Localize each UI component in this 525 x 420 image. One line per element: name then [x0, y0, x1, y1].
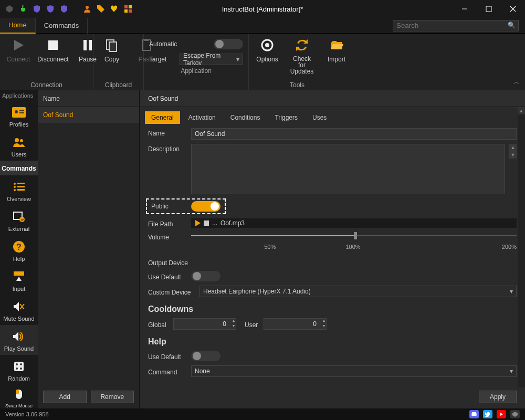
import-label: Import [328, 56, 345, 63]
sidebar-item-help[interactable]: ? Help [0, 235, 38, 265]
sidebar-item-play-sound[interactable]: Play Sound [0, 325, 38, 355]
copy-button[interactable]: Copy [99, 37, 125, 63]
connect-button[interactable]: Connect [5, 37, 32, 63]
sidebar-item-overview[interactable]: Overview [0, 175, 38, 205]
stop-icon[interactable] [204, 220, 209, 226]
status-bar: Version 3.06.958 [0, 408, 525, 420]
tab-activation[interactable]: Activation [182, 111, 222, 124]
tag-icon[interactable] [97, 5, 105, 13]
detail-header: Oof Sound [140, 90, 525, 107]
grid-icon[interactable] [124, 5, 132, 13]
input-icon [12, 269, 26, 284]
target-select[interactable]: Escape From Tarkov [180, 54, 243, 65]
svg-rect-26 [17, 183, 25, 184]
tab-triggers[interactable]: Triggers [268, 111, 304, 124]
command-select[interactable]: None [191, 365, 517, 377]
maximize-button[interactable] [477, 0, 501, 18]
public-toggle[interactable] [191, 201, 220, 212]
name-input[interactable] [191, 128, 517, 140]
plug-icon[interactable] [19, 5, 27, 13]
svg-rect-35 [14, 271, 24, 276]
automatic-toggle[interactable] [214, 39, 243, 49]
disconnect-button[interactable]: Disconnect [40, 37, 66, 63]
speaker-icon [12, 329, 26, 344]
command-list-header: Name [38, 90, 139, 107]
svg-rect-28 [17, 186, 25, 187]
import-button[interactable]: Import [323, 37, 350, 63]
tab-commands[interactable]: Commands [36, 18, 88, 34]
sidebar-item-swap-mouse[interactable]: Swap Mouse Button [0, 385, 38, 408]
svg-rect-21 [19, 110, 24, 111]
sidebar-item-external[interactable]: External [0, 205, 38, 235]
svg-point-39 [16, 363, 18, 365]
discord-icon[interactable] [469, 410, 479, 418]
svg-rect-38 [14, 362, 24, 371]
usedefault-toggle[interactable] [191, 271, 220, 281]
youtube-icon[interactable] [497, 410, 506, 418]
description-scrollbar[interactable]: ▲▼ [509, 144, 517, 159]
volume-slider[interactable]: 0 50% 100% . 200% [191, 232, 517, 250]
shield-icon-2[interactable] [46, 5, 55, 13]
add-button[interactable]: Add [43, 391, 87, 403]
command-item[interactable]: Oof Sound [38, 107, 139, 123]
tab-conditions[interactable]: Conditions [224, 111, 267, 124]
svg-point-42 [20, 368, 22, 370]
shield-icon-3[interactable] [60, 5, 68, 13]
check-updates-button[interactable]: Check for Updates [289, 37, 315, 75]
svg-rect-2 [129, 5, 132, 8]
search-input[interactable] [393, 20, 519, 32]
id-card-icon [12, 105, 26, 120]
external-icon [12, 209, 26, 224]
svg-marker-9 [14, 40, 24, 50]
apply-button[interactable]: Apply [479, 391, 517, 403]
user-label: User [240, 320, 259, 329]
global-input[interactable]: 0 [173, 318, 236, 330]
svg-rect-14 [109, 42, 117, 51]
description-input[interactable] [191, 144, 505, 194]
heart-icon[interactable] [110, 5, 119, 13]
tab-general[interactable]: General [145, 111, 180, 124]
app-icon [5, 5, 14, 13]
svg-rect-44 [16, 390, 19, 394]
shield-icon-1[interactable] [33, 5, 41, 13]
svg-point-0 [86, 6, 89, 9]
sidebar-item-input[interactable]: Input [0, 265, 38, 295]
tab-home[interactable]: Home [0, 18, 36, 34]
titlebar-quick-icons [0, 5, 132, 13]
sidebar-item-mute-sound[interactable]: Mute Sound [0, 295, 38, 325]
user-input[interactable]: 0 [264, 318, 327, 330]
tab-uses[interactable]: Uses [306, 111, 333, 124]
svg-rect-10 [48, 40, 58, 50]
play-icon[interactable] [195, 220, 201, 226]
user-icon[interactable] [83, 5, 91, 13]
svg-point-23 [15, 138, 19, 142]
minimize-button[interactable] [453, 0, 477, 18]
top-tabs: Home Commands 🔍 [0, 18, 525, 34]
detail-panel: Oof Sound General Activation Conditions … [140, 90, 525, 408]
sidebar-item-profiles[interactable]: Profiles [0, 101, 38, 131]
svg-rect-12 [89, 40, 92, 50]
detail-scrollbar[interactable]: ▲ [518, 107, 525, 387]
svg-point-27 [14, 186, 16, 188]
search-icon[interactable]: 🔍 [508, 22, 516, 29]
customdev-select[interactable]: Headset Earphone (HyperX 7.1 Audio) [200, 286, 517, 297]
remove-button[interactable]: Remove [91, 391, 134, 403]
usedefault-label: Use Default [148, 272, 187, 281]
sidebar-item-commands[interactable]: Commands [0, 161, 38, 175]
ribbon-collapse-button[interactable]: ︿ [513, 78, 520, 87]
svg-rect-4 [129, 9, 132, 13]
command-list: Oof Sound [38, 107, 139, 385]
filepath-browse[interactable]: ... [212, 219, 217, 227]
svg-point-29 [14, 189, 16, 191]
group-clipboard-label: Clipboard [99, 79, 138, 89]
sidebar-item-random[interactable]: Random [0, 355, 38, 385]
options-button[interactable]: Options [254, 37, 280, 63]
close-button[interactable] [501, 0, 525, 18]
sidebar-item-users[interactable]: Users [0, 131, 38, 161]
version-label: Version 3.06.958 [5, 411, 49, 417]
help-usedefault-toggle[interactable] [191, 351, 220, 361]
twitter-icon[interactable] [483, 410, 492, 418]
status-app-icon[interactable] [510, 410, 520, 418]
name-label: Name [148, 128, 187, 137]
tick-50: 50% [264, 244, 276, 250]
